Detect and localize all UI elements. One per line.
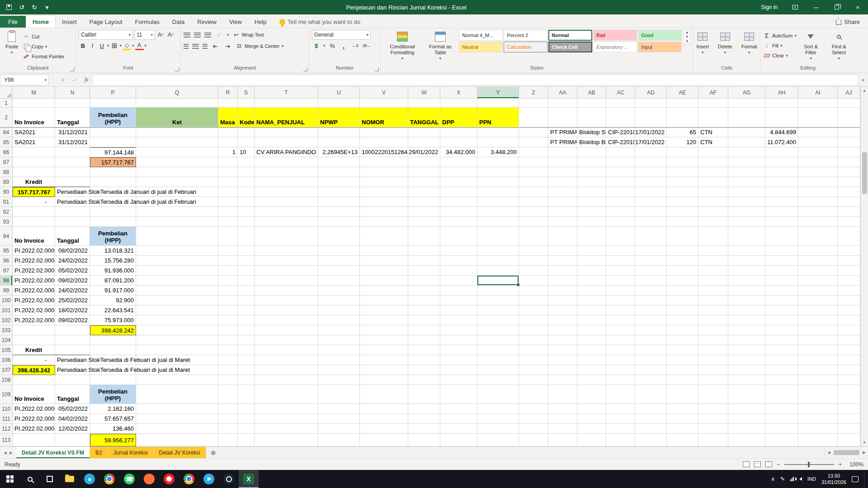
page-layout-view-icon[interactable] xyxy=(754,461,761,467)
cell-W108[interactable] xyxy=(408,375,440,385)
zoom-in-icon[interactable]: + xyxy=(839,461,842,468)
cell-AH86[interactable] xyxy=(765,147,798,157)
cell-AJ94[interactable] xyxy=(838,227,860,246)
cell-T96[interactable] xyxy=(255,256,318,266)
cell-T87[interactable] xyxy=(255,157,318,167)
cell-T103[interactable] xyxy=(255,325,318,335)
row-header-105[interactable]: 105 xyxy=(0,345,13,355)
cell-AC98[interactable] xyxy=(606,276,635,286)
cell-R100[interactable] xyxy=(218,296,238,305)
cell-R87[interactable] xyxy=(218,157,238,167)
cell-T97[interactable] xyxy=(255,266,318,276)
taskbar-clock[interactable]: 13.50 31/01/2026 xyxy=(821,473,846,485)
cell-X97[interactable] xyxy=(440,266,477,276)
cell-AC95[interactable] xyxy=(606,246,635,256)
cell-W101[interactable] xyxy=(408,305,440,315)
cell-Q105[interactable] xyxy=(136,345,218,355)
row-header-107[interactable]: 107 xyxy=(0,365,13,375)
cell-N95[interactable]: 08/02/2022 xyxy=(55,246,90,256)
cell-T110[interactable] xyxy=(255,404,318,414)
cell-U106[interactable] xyxy=(318,355,360,365)
cell-T104[interactable] xyxy=(255,335,318,345)
row-header-91[interactable]: 91 xyxy=(0,197,13,207)
cell-AE2[interactable] xyxy=(667,108,698,127)
copy-button[interactable]: Copy▾ xyxy=(23,42,65,51)
taskbar-edge-icon[interactable]: e xyxy=(80,470,99,488)
cell-AD89[interactable] xyxy=(635,177,667,187)
accounting-format-button[interactable] xyxy=(312,41,321,50)
cell-AA88[interactable] xyxy=(548,167,577,177)
cell-AA110[interactable] xyxy=(548,404,577,414)
cell-AE1[interactable] xyxy=(667,99,698,108)
cell-S89[interactable] xyxy=(238,177,255,187)
cell-M90[interactable]: 157.717.767 xyxy=(13,187,55,197)
cell-M87[interactable] xyxy=(13,157,55,167)
cell-AF98[interactable] xyxy=(698,276,728,286)
cell-AJ104[interactable] xyxy=(838,335,860,345)
cell-X94[interactable] xyxy=(440,227,477,246)
cell-AC97[interactable] xyxy=(606,266,635,276)
cell-R88[interactable] xyxy=(218,167,238,177)
cell-R104[interactable] xyxy=(218,335,238,345)
cell-N93[interactable] xyxy=(55,217,90,227)
cell-T98[interactable] xyxy=(255,276,318,286)
cell-Y86[interactable]: 3.448.200 xyxy=(477,147,519,157)
cell-AE98[interactable] xyxy=(667,276,698,286)
cell-AJ89[interactable] xyxy=(838,177,860,187)
cell-S87[interactable] xyxy=(238,157,255,167)
cell-AC113[interactable] xyxy=(606,434,635,446)
cell-AC110[interactable] xyxy=(606,404,635,414)
cell-X103[interactable] xyxy=(440,325,477,335)
ribbon-tab-data[interactable]: Data xyxy=(166,16,191,28)
cell-AI93[interactable] xyxy=(798,217,838,227)
cell-W105[interactable] xyxy=(408,345,440,355)
cell-N111[interactable]: 04/02/2022 xyxy=(55,414,90,424)
cell-style-calculation[interactable]: Calculation xyxy=(504,42,547,52)
cell-AH90[interactable] xyxy=(765,187,798,197)
cell-T2[interactable]: NAMA_PENJUAL xyxy=(255,108,318,127)
cell-AD108[interactable] xyxy=(635,375,667,385)
cell-X92[interactable] xyxy=(440,207,477,217)
cell-W90[interactable] xyxy=(408,187,440,197)
row-header-89[interactable]: 89 xyxy=(0,177,13,187)
cell-AE92[interactable] xyxy=(667,207,698,217)
cell-V100[interactable] xyxy=(360,296,408,305)
cell-AJ105[interactable] xyxy=(838,345,860,355)
cell-AD2[interactable] xyxy=(635,108,667,127)
cell-AC94[interactable] xyxy=(606,227,635,246)
cell-S96[interactable] xyxy=(238,256,255,266)
cell-AE111[interactable] xyxy=(667,414,698,424)
cell-T89[interactable] xyxy=(255,177,318,187)
cell-AF95[interactable] xyxy=(698,246,728,256)
cell-U104[interactable] xyxy=(318,335,360,345)
cell-S94[interactable] xyxy=(238,227,255,246)
cell-AE99[interactable] xyxy=(667,286,698,296)
cell-N91[interactable]: Persediaan StokTersedia di Januari di ju… xyxy=(55,197,90,207)
sheet-tab-b2[interactable]: B2 xyxy=(90,447,108,458)
cell-AE107[interactable] xyxy=(667,365,698,375)
cell-AF85[interactable]: CTN xyxy=(698,137,728,147)
top-align-button[interactable] xyxy=(184,33,190,38)
cell-AC87[interactable] xyxy=(606,157,635,167)
cell-AC84[interactable]: CIP-22010 xyxy=(606,127,635,137)
cell-AC100[interactable] xyxy=(606,296,635,305)
underline-options-icon[interactable]: ▾ xyxy=(107,43,109,48)
cell-AB104[interactable] xyxy=(577,335,606,345)
cell-V86[interactable]: 100022201512643 xyxy=(360,147,408,157)
pen-icon[interactable]: ✎ xyxy=(780,476,785,482)
cell-AD92[interactable] xyxy=(635,207,667,217)
cell-V96[interactable] xyxy=(360,256,408,266)
cell-style-percent-2[interactable]: Percent 2 xyxy=(504,30,547,41)
cell-S112[interactable] xyxy=(238,424,255,434)
cell-AI86[interactable] xyxy=(798,147,838,157)
cell-S90[interactable] xyxy=(238,187,255,197)
col-header-Y[interactable]: Y xyxy=(477,87,519,98)
cell-AJ88[interactable] xyxy=(838,167,860,177)
cell-AB84[interactable]: Biskitop Sti xyxy=(577,127,606,137)
cell-AD113[interactable] xyxy=(635,434,667,446)
cell-T84[interactable] xyxy=(255,127,318,137)
cell-AH109[interactable] xyxy=(765,385,798,404)
cell-Y1[interactable] xyxy=(477,99,519,108)
cell-Z108[interactable] xyxy=(519,375,548,385)
cell-V101[interactable] xyxy=(360,305,408,315)
